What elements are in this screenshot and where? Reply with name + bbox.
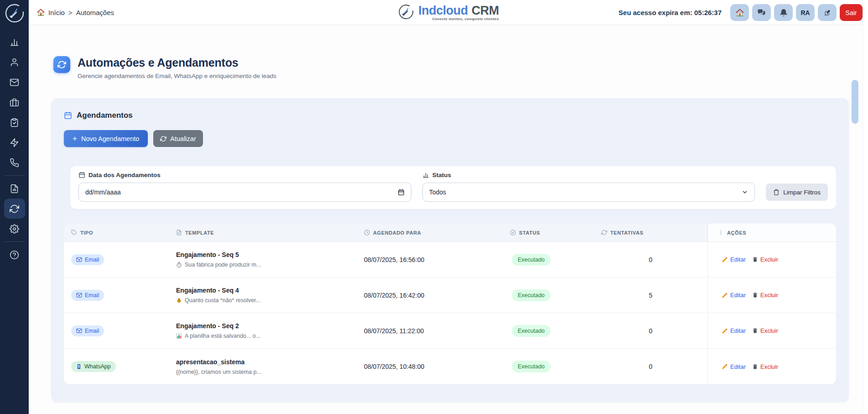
bar-chart-icon	[422, 172, 429, 178]
home-button[interactable]	[730, 4, 749, 21]
sidebar-divider	[4, 241, 25, 242]
sidebar	[0, 0, 29, 414]
sidebar-item-calls[interactable]	[4, 152, 25, 173]
sidebar-item-reports[interactable]	[4, 178, 25, 199]
sidebar-item-contacts[interactable]	[4, 52, 25, 72]
calendar-icon	[78, 172, 85, 178]
file-icon	[176, 230, 182, 236]
refresh-icon	[160, 136, 166, 142]
cell-scheduled: 08/07/2025, 11:22:00	[357, 313, 503, 348]
zap-icon	[10, 138, 19, 147]
type-badge: Email	[71, 325, 104, 336]
breadcrumb[interactable]: Início > Automações	[37, 0, 114, 25]
template-preview: Sua fábrica pode produzir m...	[176, 262, 261, 268]
clipboard-check-icon	[10, 118, 19, 127]
date-filter-input[interactable]: dd/mm/aaaa	[78, 183, 411, 202]
breadcrumb-home[interactable]: Início	[48, 9, 65, 16]
column-acoes: AÇÕES	[707, 224, 836, 241]
clear-filters-button[interactable]: Limpar Filtros	[766, 183, 828, 201]
cell-scheduled: 08/07/2025, 16:42:00	[357, 278, 503, 313]
template-name: Engajamento - Seq 5	[176, 251, 239, 258]
template-preview: {{nome}}, criamos um sistema p...	[176, 369, 261, 375]
actions-row: + Novo Agendamento Atualizar	[64, 130, 836, 147]
table-row: WhatsApp apresentacao_sistema {{nome}}, …	[64, 349, 836, 384]
edit-link[interactable]: Editar	[722, 363, 746, 370]
sidebar-item-help[interactable]	[4, 245, 25, 265]
chat-button[interactable]	[752, 4, 771, 21]
cell-attempts: 5	[594, 278, 707, 313]
notifications-button[interactable]	[774, 4, 793, 21]
main-content: Automações e Agendamentos Gerencie agend…	[29, 25, 868, 414]
template-name: Engajamento - Seq 4	[176, 287, 239, 294]
topbar-actions: Seu acesso expira em: 05:26:37 RA Sair	[619, 4, 863, 21]
brand-logo: Indcloud CRM Conecte mentes, conquiste c…	[398, 4, 499, 21]
edit-link[interactable]: Editar	[722, 327, 746, 334]
cell-actions: Editar Excluir	[707, 278, 836, 313]
refresh-button[interactable]: Atualizar	[153, 130, 203, 147]
date-filter-label: Data dos Agendamentos	[78, 172, 411, 178]
scrollbar-thumb[interactable]	[852, 80, 858, 124]
delete-link[interactable]: Excluir	[752, 256, 778, 263]
email-icon	[76, 328, 82, 334]
table-row: Email Engajamento - Seq 4 Quanto custa *…	[64, 278, 836, 313]
cell-scheduled: 08/07/2025, 10:48:00	[357, 349, 503, 384]
bar-chart-icon	[176, 333, 182, 339]
calendar-icon	[64, 111, 72, 120]
column-template: TEMPLATE	[169, 224, 357, 241]
brand-name: Indcloud	[418, 4, 468, 18]
new-schedule-button[interactable]: + Novo Agendamento	[64, 130, 148, 147]
date-placeholder: dd/mm/aaaa	[85, 189, 121, 196]
pencil-icon	[722, 257, 728, 263]
trash-icon	[752, 364, 758, 370]
bell-icon	[780, 9, 788, 17]
schedules-table: TIPO TEMPLATE AGENDADO PARA	[64, 224, 836, 384]
logout-button[interactable]: Sair	[840, 4, 863, 21]
sidebar-item-settings[interactable]	[4, 219, 25, 239]
type-badge: WhatsApp	[71, 361, 116, 372]
column-tipo: TIPO	[64, 224, 169, 241]
filter-panel: Data dos Agendamentos dd/mm/aaaa Status	[70, 166, 836, 209]
gear-icon	[10, 224, 19, 234]
sidebar-item-agendamentos[interactable]	[4, 199, 25, 219]
trash-icon	[752, 328, 758, 334]
avatar[interactable]: RA	[796, 4, 815, 21]
status-badge: Executado	[512, 325, 551, 337]
sidebar-item-business[interactable]	[4, 92, 25, 112]
mail-icon	[10, 78, 19, 87]
breadcrumb-separator: >	[68, 9, 73, 16]
cell-tipo: Email	[64, 313, 169, 348]
status-filter-select[interactable]: Todos	[422, 183, 755, 202]
plus-icon: +	[73, 135, 77, 142]
user-icon	[10, 58, 19, 67]
date-picker-icon	[398, 189, 405, 196]
breadcrumb-current: Automações	[76, 9, 114, 16]
sidebar-item-email[interactable]	[4, 72, 25, 92]
agendamentos-card: Agendamentos + Novo Agendamento Atualiza…	[51, 98, 849, 402]
sidebar-item-automations[interactable]	[4, 132, 25, 152]
brand-suffix: CRM	[472, 4, 499, 18]
voice-button[interactable]	[818, 4, 837, 21]
cell-status: Executado	[503, 278, 594, 313]
help-icon	[10, 250, 19, 260]
sidebar-item-dashboard[interactable]	[4, 32, 25, 52]
cell-attempts: 0	[594, 349, 707, 384]
delete-link[interactable]: Excluir	[752, 327, 778, 334]
edit-link[interactable]: Editar	[722, 256, 746, 263]
edit-link[interactable]: Editar	[722, 292, 746, 299]
refresh-icon	[601, 230, 607, 236]
page-title: Automações e Agendamentos	[78, 56, 276, 69]
delete-link[interactable]: Excluir	[752, 363, 778, 370]
cell-actions: Editar Excluir	[707, 242, 836, 277]
app-logo[interactable]	[4, 3, 25, 24]
delete-link[interactable]: Excluir	[752, 292, 778, 299]
page-header: Automações e Agendamentos Gerencie agend…	[53, 56, 868, 79]
sidebar-item-tasks[interactable]	[4, 112, 25, 132]
microphone-icon	[823, 9, 832, 17]
scrollbar-track[interactable]	[863, 0, 868, 414]
dots-icon	[718, 230, 724, 236]
table-row: Email Engajamento - Seq 5 Sua fábrica po…	[64, 242, 836, 278]
topbar: Início > Automações Indcloud CRM Conecte…	[29, 0, 868, 25]
section-header: Agendamentos	[64, 111, 836, 120]
trash-icon	[752, 292, 758, 298]
cell-status: Executado	[503, 313, 594, 348]
